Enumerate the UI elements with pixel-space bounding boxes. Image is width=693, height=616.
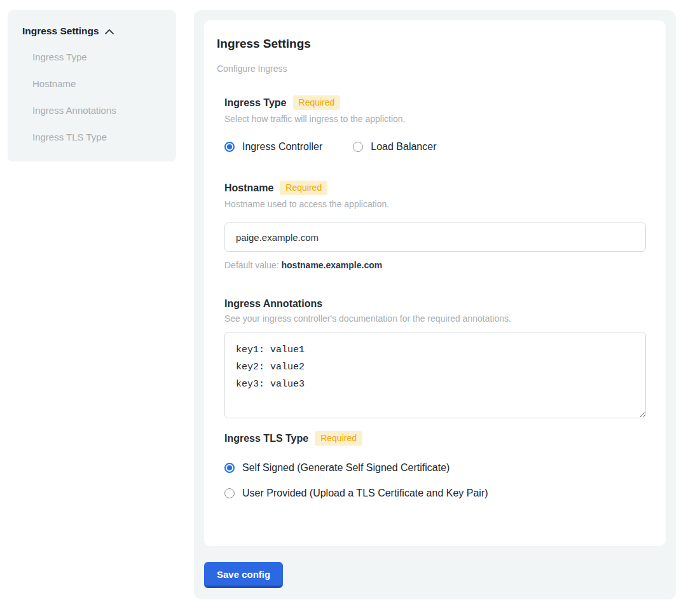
page-title: Ingress Settings bbox=[217, 37, 646, 51]
radio-dot bbox=[227, 144, 232, 149]
section-ingress-tls-type-header: Ingress TLS Type Required bbox=[224, 431, 646, 446]
required-badge: Required bbox=[293, 95, 341, 110]
radio-label-ingress-controller: Ingress Controller bbox=[242, 141, 322, 153]
ingress-annotations-label: Ingress Annotations bbox=[224, 298, 322, 310]
radio-dot bbox=[227, 465, 232, 470]
section-ingress-annotations: Ingress Annotations See your ingress con… bbox=[224, 298, 646, 418]
required-badge: Required bbox=[315, 431, 362, 446]
settings-nav-sidebar: Ingress Settings Ingress Type Hostname I… bbox=[8, 10, 176, 161]
page-layout: Ingress Settings Ingress Type Hostname I… bbox=[0, 0, 693, 599]
radio-label-self-signed: Self Signed (Generate Self Signed Certif… bbox=[242, 462, 449, 474]
radio-dot bbox=[227, 491, 232, 496]
hostname-input[interactable] bbox=[224, 222, 646, 252]
section-hostname: Hostname Required Hostname used to acces… bbox=[224, 181, 646, 270]
radio-label-user-provided: User Provided (Upload a TLS Certificate … bbox=[242, 488, 488, 499]
ingress-settings-card: Ingress Settings Configure Ingress Ingre… bbox=[204, 20, 666, 546]
radio-option-self-signed[interactable]: Self Signed (Generate Self Signed Certif… bbox=[224, 462, 646, 474]
radio-ingress-controller[interactable] bbox=[224, 142, 235, 152]
radio-option-user-provided[interactable]: User Provided (Upload a TLS Certificate … bbox=[224, 488, 646, 499]
hostname-label: Hostname bbox=[224, 182, 273, 194]
sidebar-item-ingress-type[interactable]: Ingress Type bbox=[32, 51, 162, 64]
settings-main-panel: Ingress Settings Configure Ingress Ingre… bbox=[194, 10, 676, 599]
sidebar-item-ingress-annotations[interactable]: Ingress Annotations bbox=[32, 104, 162, 117]
page-subtitle: Configure Ingress bbox=[217, 64, 646, 74]
ingress-tls-radio-group: Self Signed (Generate Self Signed Certif… bbox=[224, 462, 646, 499]
form-sections: Ingress Type Required Select how traffic… bbox=[224, 95, 646, 499]
default-value-text: hostname.example.com bbox=[282, 260, 383, 270]
sidebar-item-ingress-tls-type[interactable]: Ingress TLS Type bbox=[32, 131, 162, 144]
section-ingress-annotations-header: Ingress Annotations bbox=[224, 298, 646, 310]
ingress-type-label: Ingress Type bbox=[224, 97, 287, 109]
save-config-button[interactable]: Save config bbox=[204, 562, 283, 588]
section-hostname-header: Hostname Required bbox=[224, 181, 646, 195]
chevron-up-icon[interactable] bbox=[104, 29, 114, 35]
radio-user-provided[interactable] bbox=[224, 488, 235, 498]
sidebar-group-ingress-settings[interactable]: Ingress Settings bbox=[22, 25, 162, 37]
section-ingress-tls-type: Ingress TLS Type Required Self Signed (G… bbox=[224, 431, 646, 499]
ingress-type-help: Select how traffic will ingress to the a… bbox=[224, 113, 646, 125]
radio-label-load-balancer: Load Balancer bbox=[371, 141, 436, 153]
radio-dot bbox=[355, 144, 360, 149]
radio-option-ingress-controller[interactable]: Ingress Controller bbox=[224, 141, 322, 153]
sidebar-item-hostname[interactable]: Hostname bbox=[32, 78, 162, 90]
section-ingress-type-header: Ingress Type Required bbox=[224, 95, 646, 110]
ingress-type-radio-group: Ingress Controller Load Balancer bbox=[224, 141, 646, 153]
radio-self-signed[interactable] bbox=[224, 463, 235, 473]
hostname-default-line: Default value: hostname.example.com bbox=[224, 260, 646, 270]
section-ingress-type: Ingress Type Required Select how traffic… bbox=[224, 95, 646, 153]
hostname-help: Hostname used to access the application. bbox=[224, 198, 646, 210]
ingress-annotations-textarea[interactable]: key1: value1 key2: value2 key3: value3 bbox=[224, 332, 646, 418]
ingress-annotations-help: See your ingress controller's documentat… bbox=[224, 313, 646, 324]
ingress-tls-type-label: Ingress TLS Type bbox=[224, 433, 308, 444]
sidebar-group-title: Ingress Settings bbox=[22, 25, 99, 37]
default-value-label: Default value: bbox=[224, 260, 282, 270]
radio-option-load-balancer[interactable]: Load Balancer bbox=[353, 141, 436, 153]
required-badge: Required bbox=[280, 181, 327, 195]
radio-load-balancer[interactable] bbox=[353, 142, 363, 152]
